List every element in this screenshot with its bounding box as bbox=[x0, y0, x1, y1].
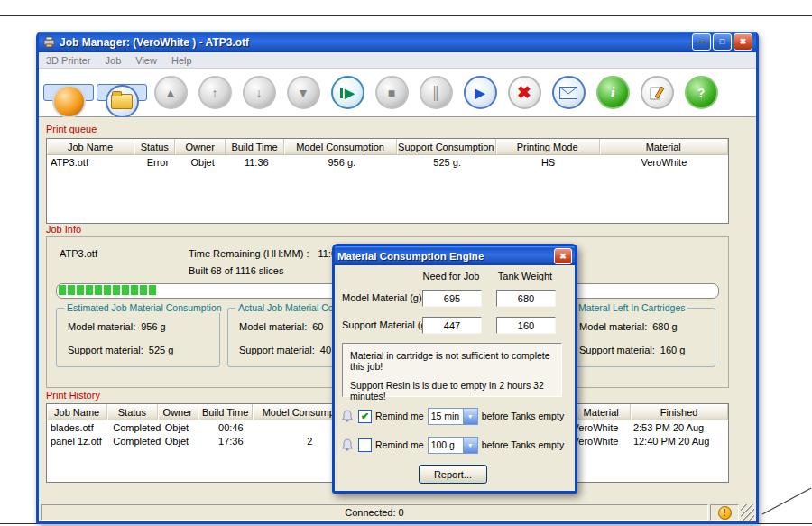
resume-icon: ▶ bbox=[331, 76, 364, 109]
job-details-button[interactable]: i bbox=[592, 71, 633, 115]
chevron-down-icon: ▼ bbox=[463, 409, 477, 424]
dialog-body: Need for Job Tank Weight Model Material … bbox=[335, 265, 575, 485]
reminder-row-time: ✔ Remind me 15 min ▼ before Tanks empty bbox=[339, 408, 564, 424]
window-title: Job Manager: (VeroWhite ) - ATP3.otf bbox=[60, 36, 688, 49]
column-header[interactable]: Job Name bbox=[47, 404, 107, 420]
minimize-button[interactable]: — bbox=[692, 33, 711, 51]
pause-button[interactable]: ║ bbox=[415, 71, 457, 115]
remind-label: Remind me bbox=[375, 411, 424, 421]
print-queue-table: Job Name Status Owner Build Time Model C… bbox=[46, 138, 729, 224]
edit-button[interactable] bbox=[636, 71, 678, 115]
model-material-line: Model material:60 bbox=[239, 321, 323, 332]
column-header[interactable]: Status bbox=[107, 404, 157, 420]
move-up-icon: ↑ bbox=[198, 76, 232, 109]
support-material-line: Support material:40 bbox=[239, 345, 331, 355]
menu-bar: 3D Printer Job View Help bbox=[39, 52, 756, 69]
stop-button[interactable]: ■ bbox=[371, 71, 412, 115]
material-left-group: Materal Left In Cartridges Model materia… bbox=[567, 308, 715, 367]
column-header[interactable]: Material bbox=[600, 139, 728, 154]
progress-fill bbox=[59, 285, 158, 295]
warning-panel: ! bbox=[710, 504, 739, 521]
resume-button[interactable]: ▶ bbox=[327, 71, 368, 115]
bell-icon bbox=[339, 409, 355, 424]
resize-grip[interactable] bbox=[741, 504, 754, 521]
column-header[interactable]: Build Time bbox=[226, 139, 284, 154]
dialog-title: Material Consumption Engine bbox=[337, 251, 554, 262]
print-queue-label: Print queue bbox=[46, 124, 97, 134]
title-bar[interactable]: Job Manager: (VeroWhite ) - ATP3.otf — □… bbox=[39, 32, 756, 52]
dialog-title-bar[interactable]: Material Consumption Engine ✖ bbox=[335, 246, 575, 265]
material-consumption-dialog: Material Consumption Engine ✖ Need for J… bbox=[332, 244, 577, 494]
menu-3d-printer[interactable]: 3D Printer bbox=[46, 55, 91, 66]
model-material-label: Model Material (g): bbox=[342, 292, 425, 303]
close-button[interactable]: ✖ bbox=[734, 33, 752, 51]
connect-button[interactable] bbox=[43, 84, 94, 101]
support-tank-field: 160 bbox=[496, 317, 556, 334]
message-line-1: Material in cartridge is not sufficient … bbox=[350, 350, 554, 372]
send-report-button[interactable] bbox=[548, 71, 589, 115]
column-header[interactable]: Job Name bbox=[47, 139, 134, 154]
remind-weight-select[interactable]: 100 g ▼ bbox=[428, 437, 478, 454]
delete-icon: ✖ bbox=[508, 76, 541, 109]
help-button[interactable]: ? bbox=[680, 71, 722, 115]
move-last-icon: ▼ bbox=[287, 76, 320, 109]
connection-status: Connected: 0 bbox=[41, 504, 708, 521]
model-material-line: Model material:956 g bbox=[68, 321, 166, 332]
column-header[interactable]: Printing Mode bbox=[496, 139, 600, 154]
column-header[interactable]: Finished bbox=[631, 404, 728, 420]
need-for-job-header: Need for Job bbox=[421, 271, 481, 281]
help-icon: ? bbox=[685, 76, 718, 109]
column-header[interactable]: Material bbox=[572, 404, 631, 420]
slices-progress-text: Built 68 of 1116 slices bbox=[189, 265, 283, 276]
dialog-close-button[interactable]: ✖ bbox=[554, 248, 572, 264]
remind-weight-checkbox[interactable] bbox=[358, 438, 372, 452]
tank-weight-header: Tank Weight bbox=[495, 271, 555, 281]
model-tank-field: 680 bbox=[496, 290, 556, 307]
move-last-button[interactable]: ▼ bbox=[282, 71, 324, 115]
delete-button[interactable]: ✖ bbox=[503, 71, 545, 115]
app-icon bbox=[42, 35, 56, 49]
job-info-label: Job Info bbox=[46, 224, 81, 235]
column-header[interactable]: Owner bbox=[175, 139, 225, 154]
remind-time-checkbox[interactable]: ✔ bbox=[358, 410, 372, 423]
column-header[interactable]: Model Consumption bbox=[284, 139, 397, 154]
menu-job[interactable]: Job bbox=[106, 55, 122, 66]
run-button[interactable]: ▶ bbox=[459, 71, 501, 115]
chevron-down-icon: ▼ bbox=[463, 438, 477, 453]
time-remaining: Time Remaining (HH:MM) :11:05 bbox=[189, 248, 342, 259]
remind-time-select[interactable]: 15 min ▼ bbox=[428, 408, 478, 425]
remind-suffix: before Tanks empty bbox=[482, 439, 564, 450]
move-first-button[interactable]: ▲ bbox=[150, 71, 191, 115]
column-header[interactable]: Status bbox=[134, 139, 176, 154]
move-up-button[interactable]: ↑ bbox=[194, 71, 235, 115]
model-material-line: Model material:680 g bbox=[579, 321, 678, 332]
toolbar: ▲ ↑ ↓ ▼ ▶ ■ ║ ▶ ✖ i bbox=[39, 69, 756, 117]
pause-icon: ║ bbox=[420, 76, 453, 109]
menu-help[interactable]: Help bbox=[171, 55, 192, 66]
model-need-field: 695 bbox=[422, 290, 482, 307]
table-row[interactable]: ATP3.otf Error Objet 11:36 956 g. 525 g.… bbox=[47, 155, 728, 169]
support-material-line: Support material:525 g bbox=[68, 345, 173, 355]
current-job-name: ATP3.otf bbox=[60, 248, 97, 259]
estimated-consumption-group: Estimated Job Material Consumption Model… bbox=[56, 308, 220, 367]
insert-job-button[interactable] bbox=[97, 84, 147, 101]
print-history-label: Print History bbox=[46, 390, 100, 401]
reminder-row-weight: Remind me 100 g ▼ before Tanks empty bbox=[339, 437, 564, 453]
menu-view[interactable]: View bbox=[135, 55, 157, 66]
status-bar: Connected: 0 ! bbox=[39, 503, 756, 521]
warning-icon[interactable]: ! bbox=[718, 506, 732, 520]
column-header[interactable]: Support Consumption bbox=[397, 139, 496, 154]
move-down-button[interactable]: ↓ bbox=[238, 71, 280, 115]
column-header[interactable]: Build Time bbox=[198, 404, 253, 420]
stop-icon: ■ bbox=[375, 76, 409, 109]
warning-message-box: Material in cartridge is not sufficient … bbox=[342, 343, 562, 397]
maximize-button[interactable]: □ bbox=[713, 33, 732, 51]
support-material-line: Support material:160 g bbox=[579, 345, 685, 355]
report-button[interactable]: Report... bbox=[419, 465, 487, 484]
column-header[interactable]: Owner bbox=[158, 404, 198, 420]
support-need-field: 447 bbox=[422, 317, 482, 334]
run-icon: ▶ bbox=[464, 76, 497, 109]
support-material-label: Support Material (g): bbox=[342, 319, 432, 330]
connect-icon bbox=[52, 85, 86, 118]
print-queue-header: Job Name Status Owner Build Time Model C… bbox=[47, 139, 728, 155]
